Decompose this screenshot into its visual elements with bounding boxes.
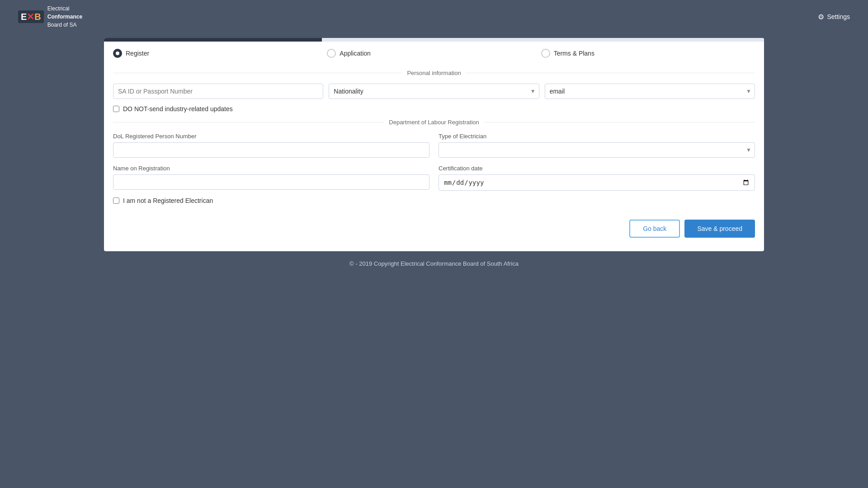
not-registered-label: I am not a Registered Electrican [123, 197, 213, 204]
type-electrician-label: Type of Electrician [439, 133, 755, 140]
logo: E✕B Electrical Conformance Board of SA [18, 5, 82, 29]
dol-divider-line-left [113, 122, 384, 122]
progress-bar-fill [104, 38, 322, 42]
not-registered-row: I am not a Registered Electrican [113, 197, 755, 204]
not-registered-checkbox[interactable] [113, 197, 119, 204]
personal-info-row1: Nationality ▼ email ▼ [113, 84, 755, 99]
sa-id-input[interactable] [113, 84, 323, 99]
footer: © - 2019 Copyright Electrical Conformanc… [0, 260, 868, 267]
dol-number-input[interactable] [113, 142, 429, 158]
type-electrician-group: Type of Electrician ▼ [439, 133, 755, 158]
do-not-send-label: DO NOT-send industry-related updates [123, 105, 233, 113]
name-on-reg-label: Name on Registration [113, 165, 429, 172]
step-terms: Terms & Plans [541, 49, 755, 58]
sa-id-group [113, 84, 323, 99]
divider-line-left [113, 73, 402, 73]
step-application: Application [327, 49, 541, 58]
nationality-group: Nationality ▼ [329, 84, 539, 99]
go-back-button[interactable]: Go back [629, 220, 680, 238]
dol-divider: Department of Labour Registration [104, 119, 764, 126]
step-register-dot [115, 51, 120, 56]
settings-button[interactable]: ⚙ Settings [818, 13, 850, 21]
name-on-reg-input[interactable] [113, 174, 429, 190]
personal-info-divider: Personal information [104, 70, 764, 76]
progress-bar-container [104, 38, 764, 42]
do-not-send-row: DO NOT-send industry-related updates [113, 105, 755, 113]
top-bar: E✕B Electrical Conformance Board of SA ⚙… [0, 0, 868, 33]
divider-line-right [466, 73, 755, 73]
save-proceed-button[interactable]: Save & proceed [684, 220, 755, 238]
cert-date-label: Certification date [439, 165, 755, 172]
nationality-select[interactable]: Nationality [329, 84, 539, 99]
type-electrician-select-wrapper: ▼ [439, 142, 755, 158]
do-not-send-checkbox[interactable] [113, 106, 119, 112]
step-register-circle [113, 49, 122, 58]
dol-divider-line-right [484, 122, 755, 122]
cert-date-input[interactable] [439, 174, 755, 191]
step-application-circle [327, 49, 336, 58]
dol-section-label: Department of Labour Registration [384, 119, 483, 126]
logo-text: Electrical Conformance Board of SA [47, 5, 82, 29]
dol-grid: DoL Registered Person Number Type of Ele… [113, 133, 755, 191]
dol-number-label: DoL Registered Person Number [113, 133, 429, 140]
personal-info-form: Nationality ▼ email ▼ DO NOT-send indust… [104, 84, 764, 113]
svg-point-0 [116, 52, 119, 55]
personal-info-section-label: Personal information [402, 70, 465, 76]
step-register: Register [113, 49, 327, 58]
dol-form: DoL Registered Person Number Type of Ele… [104, 133, 764, 204]
cert-date-group: Certification date [439, 165, 755, 191]
steps-row: Register Application Terms & Plans [104, 42, 764, 65]
name-on-reg-group: Name on Registration [113, 165, 429, 191]
email-group: email ▼ [545, 84, 755, 99]
nationality-select-wrapper: Nationality ▼ [329, 84, 539, 99]
dol-number-group: DoL Registered Person Number [113, 133, 429, 158]
type-electrician-select[interactable] [439, 142, 755, 158]
email-select[interactable]: email [545, 84, 755, 99]
logo-icon: E✕B [18, 10, 44, 23]
button-row: Go back Save & proceed [104, 211, 764, 238]
footer-text: © - 2019 Copyright Electrical Conformanc… [349, 260, 519, 267]
step-application-label: Application [340, 50, 371, 57]
gear-icon: ⚙ [818, 13, 824, 21]
step-register-label: Register [126, 50, 149, 57]
step-terms-label: Terms & Plans [554, 50, 594, 57]
email-select-wrapper: email ▼ [545, 84, 755, 99]
main-card: Register Application Terms & Plans Perso… [104, 38, 764, 251]
step-terms-circle [541, 49, 550, 58]
